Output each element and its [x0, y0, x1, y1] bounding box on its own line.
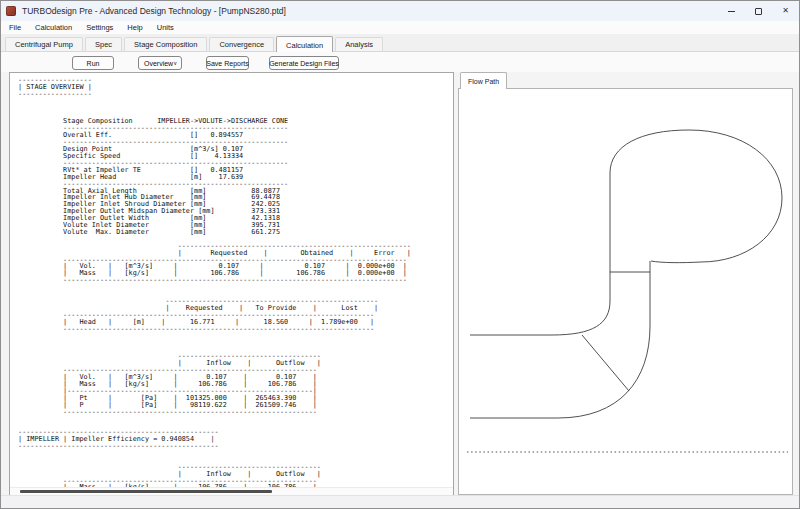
flow-path-panel	[458, 88, 793, 495]
calculation-toolbar: Run Overview ∨ Save Reports Generate Des…	[1, 52, 799, 72]
menu-bar: File Calculation Settings Help Units	[1, 21, 799, 34]
app-window: TURBOdesign Pre - Advanced Design Techno…	[0, 0, 800, 509]
tab-centrifugal-pump[interactable]: Centrifugal Pump	[5, 37, 83, 51]
stage-overview-report-panel[interactable]: ------------------ | STAGE OVERVIEW | --…	[9, 72, 454, 496]
window-controls: ✕	[718, 1, 799, 21]
tab-spec[interactable]: Spec	[85, 37, 122, 51]
view-selector[interactable]: Overview ∨	[138, 56, 182, 70]
menu-help[interactable]: Help	[120, 23, 149, 32]
volute-cross-section-outline	[610, 130, 782, 272]
maximize-icon	[755, 8, 762, 15]
tab-convergence[interactable]: Convergence	[209, 37, 274, 51]
title-bar: TURBOdesign Pre - Advanced Design Techno…	[1, 1, 799, 21]
menu-calculation[interactable]: Calculation	[28, 23, 79, 32]
maximize-button[interactable]	[745, 1, 772, 21]
horizontal-scrollbar-thumb[interactable]	[20, 490, 272, 493]
tab-flow-path[interactable]: Flow Path	[460, 72, 507, 89]
chevron-down-icon: ∨	[173, 60, 177, 66]
view-selector-value: Overview	[144, 60, 173, 67]
tab-calculation[interactable]: Calculation	[276, 36, 333, 52]
blade-leading-edge	[582, 335, 629, 391]
generate-design-files-button[interactable]: Generate Design Files	[269, 56, 339, 70]
app-icon	[6, 6, 16, 16]
horizontal-scrollbar[interactable]	[10, 487, 453, 495]
minimize-icon	[728, 11, 735, 12]
tab-analysis[interactable]: Analysis	[335, 37, 383, 51]
close-icon: ✕	[782, 7, 789, 15]
run-button[interactable]: Run	[72, 56, 114, 70]
menu-units[interactable]: Units	[150, 23, 181, 32]
menu-file[interactable]: File	[2, 23, 28, 32]
tab-stage-composition[interactable]: Stage Composition	[124, 37, 207, 51]
stage-overview-report-text: ------------------ | STAGE OVERVIEW | --…	[10, 73, 453, 491]
window-title: TURBOdesign Pre - Advanced Design Techno…	[22, 6, 286, 16]
hub-contour	[470, 261, 650, 418]
shroud-contour	[470, 272, 610, 335]
save-reports-button[interactable]: Save Reports	[206, 56, 249, 70]
close-button[interactable]: ✕	[772, 1, 799, 21]
main-tab-bar: Centrifugal Pump Spec Stage Composition …	[1, 34, 799, 52]
status-bar	[1, 495, 799, 508]
menu-settings[interactable]: Settings	[79, 23, 120, 32]
flow-path-diagram	[459, 89, 792, 494]
minimize-button[interactable]	[718, 1, 745, 21]
